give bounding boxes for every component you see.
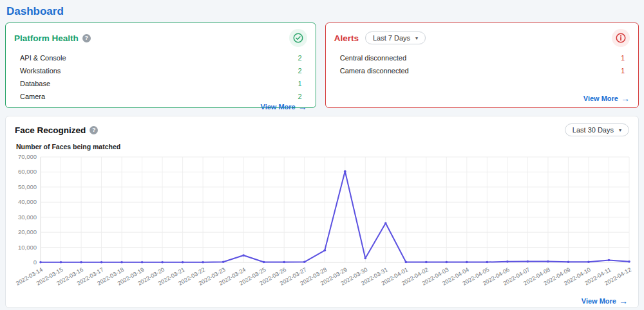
alert-item-label: Central disconnected — [340, 54, 406, 62]
health-item-row: Camera 2 — [14, 90, 307, 103]
alerts-footer: View More → — [334, 95, 630, 102]
health-item-label: Workstations — [20, 67, 61, 75]
alerts-title: Alerts — [334, 33, 359, 43]
alert-item-label: Camera disconnected — [340, 67, 409, 75]
svg-text:70,000: 70,000 — [18, 153, 37, 160]
arrow-right-icon: → — [619, 298, 628, 305]
alert-item-row: Central disconnected 1 — [334, 51, 630, 64]
page-title: Dashboard — [6, 5, 639, 18]
arrow-right-icon: → — [298, 104, 307, 111]
alert-item-count: 1 — [621, 67, 625, 75]
svg-text:10,000: 10,000 — [18, 244, 37, 251]
face-recognized-help-icon[interactable]: ? — [90, 126, 98, 134]
view-more-label: View More — [583, 95, 618, 102]
platform-health-title: Platform Health — [14, 33, 79, 43]
alerts-status-badge — [612, 29, 630, 47]
alerts-header: Alerts Last 7 Days ▾ — [334, 29, 630, 47]
svg-text:30,000: 30,000 — [18, 214, 37, 221]
face-period-dropdown[interactable]: Last 30 Days ▾ — [565, 123, 629, 136]
health-item-count: 2 — [298, 54, 302, 62]
face-period-value: Last 30 Days — [573, 126, 614, 134]
dashboard-page: Dashboard Platform Health ? API & Consol… — [0, 0, 644, 308]
health-item-label: API & Console — [20, 54, 66, 62]
face-recognized-footer: View More → — [15, 297, 629, 307]
health-status-badge — [289, 29, 307, 47]
alerts-view-more-link[interactable]: View More → — [583, 95, 630, 102]
alert-item-count: 1 — [621, 54, 625, 62]
svg-text:50,000: 50,000 — [18, 183, 37, 190]
svg-text:0: 0 — [33, 259, 37, 266]
arrow-right-icon: → — [621, 95, 630, 102]
platform-health-footer: View More → — [14, 103, 307, 111]
platform-health-header: Platform Health ? — [14, 29, 307, 47]
health-item-label: Camera — [20, 93, 45, 100]
chart-area: 010,00020,00030,00040,00050,00060,00070,… — [15, 152, 629, 297]
platform-health-help-icon[interactable]: ? — [82, 34, 91, 42]
info-circle-icon — [615, 32, 627, 44]
alerts-period-value: Last 7 Days — [373, 34, 410, 42]
faces-line-chart: 010,00020,00030,00040,00050,00060,00070,… — [15, 152, 638, 295]
face-view-more-link[interactable]: View More → — [582, 297, 628, 305]
view-more-label: View More — [582, 297, 616, 305]
health-item-label: Database — [20, 80, 50, 87]
svg-text:20,000: 20,000 — [18, 228, 37, 235]
svg-text:40,000: 40,000 — [18, 198, 37, 205]
chevron-down-icon: ▾ — [415, 35, 418, 41]
alert-item-row: Camera disconnected 1 — [334, 64, 630, 77]
health-view-more-link[interactable]: View More → — [261, 103, 307, 111]
summary-cards-row: Platform Health ? API & Console 2 Workst… — [5, 23, 639, 108]
chart-axis-title: Number of Faces being matched — [16, 143, 629, 150]
health-item-count: 1 — [298, 80, 302, 87]
chevron-down-icon: ▾ — [619, 127, 621, 133]
alerts-period-dropdown[interactable]: Last 7 Days ▾ — [365, 32, 426, 44]
health-item-count: 2 — [298, 93, 302, 100]
platform-health-card: Platform Health ? API & Console 2 Workst… — [5, 23, 316, 108]
face-recognized-title: Face Recognized — [15, 125, 86, 135]
face-recognized-card: Face Recognized ? Last 30 Days ▾ Number … — [5, 116, 639, 308]
health-item-row: API & Console 2 — [14, 51, 307, 64]
alerts-card: Alerts Last 7 Days ▾ Central disconnecte… — [325, 23, 639, 108]
svg-text:60,000: 60,000 — [18, 168, 37, 175]
health-item-row: Database 1 — [14, 77, 307, 90]
health-item-row: Workstations 2 — [14, 64, 307, 77]
health-item-count: 2 — [298, 67, 302, 75]
alerts-list: Central disconnected 1 Camera disconnect… — [334, 51, 630, 77]
face-recognized-header: Face Recognized ? Last 30 Days ▾ — [15, 123, 629, 136]
view-more-label: View More — [261, 103, 296, 111]
platform-health-list: API & Console 2 Workstations 2 Database … — [14, 51, 307, 103]
check-circle-icon — [292, 32, 304, 44]
